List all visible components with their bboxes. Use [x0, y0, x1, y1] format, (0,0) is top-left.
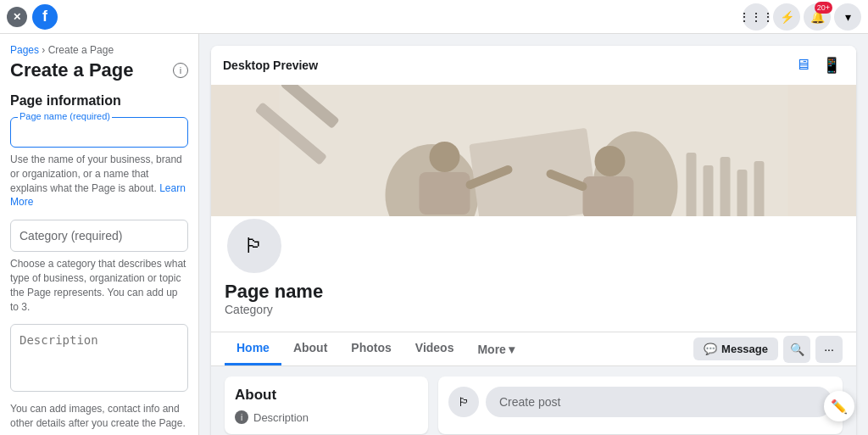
breadcrumb: Pages › Create a Page [10, 44, 188, 56]
page-title: Create a Page [10, 59, 134, 81]
nav-tab-more[interactable]: More ▾ [465, 332, 526, 365]
post-avatar-flag-icon: 🏳 [458, 395, 470, 409]
description-field[interactable] [10, 324, 188, 392]
name-helper-text: Use the name of your business, brand or … [10, 153, 188, 209]
close-button[interactable]: ✕ [7, 7, 27, 27]
page-nav: Home About Photos Videos More ▾ 💬 Messag… [211, 332, 856, 366]
about-description-row: i Description [235, 410, 418, 424]
profile-name: Page name [225, 281, 843, 303]
edit-fab-button[interactable]: ✏️ [824, 391, 854, 421]
post-avatar: 🏳 [448, 387, 479, 417]
svg-rect-12 [721, 157, 731, 220]
notifications-button[interactable]: 🔔 20+ [804, 3, 831, 31]
svg-rect-13 [737, 170, 748, 220]
create-post-button[interactable]: Create post [486, 387, 832, 417]
desktop-view-button[interactable]: 🖥 [792, 54, 814, 76]
svg-rect-10 [687, 153, 697, 220]
svg-point-7 [595, 146, 626, 176]
topbar-left: ✕ f [7, 4, 58, 30]
svg-point-4 [430, 142, 460, 172]
messenger-button[interactable]: ⚡ [773, 3, 800, 31]
footer-text: You can add images, contact info and oth… [10, 402, 188, 431]
messenger-icon: 💬 [704, 343, 717, 355]
preview-title: Desktop Preview [223, 59, 318, 72]
about-card: About i Description [225, 376, 428, 434]
page-title-row: Create a Page i [10, 59, 188, 81]
page-content: About i Description 🏳 Create post [211, 366, 856, 435]
svg-rect-5 [420, 172, 470, 215]
topbar-right: ⋮⋮⋮ ⚡ 🔔 20+ ▾ [743, 3, 861, 31]
category-field[interactable]: Category (required) [10, 220, 188, 252]
post-card: 🏳 Create post [438, 376, 843, 434]
grid-menu-button[interactable]: ⋮⋮⋮ [743, 3, 770, 31]
right-container: Desktop Preview 🖥 📱 [199, 34, 868, 435]
profile-section: 🏳 Page name Category [211, 216, 856, 332]
page-name-input[interactable] [19, 125, 179, 139]
account-menu-button[interactable]: ▾ [834, 3, 861, 31]
svg-rect-11 [704, 165, 714, 220]
breadcrumb-pages-link[interactable]: Pages [10, 44, 39, 56]
left-panel: Pages › Create a Page Create a Page i Pa… [0, 34, 199, 435]
nav-tab-home[interactable]: Home [225, 332, 281, 365]
category-helper-text: Choose a category that describes what ty… [10, 257, 188, 314]
ellipsis-icon: ··· [824, 343, 834, 356]
more-options-button[interactable]: ··· [815, 336, 843, 363]
facebook-logo: f [32, 4, 58, 30]
about-info-icon: i [235, 410, 248, 424]
notification-badge: 20+ [815, 2, 832, 14]
nav-tab-videos[interactable]: Videos [403, 332, 466, 365]
avatar-flag-icon: 🏳 [244, 234, 264, 258]
page-name-field[interactable]: Page name (required) [10, 117, 188, 148]
nav-actions: 💬 Message 🔍 ··· [693, 336, 843, 363]
chevron-down-icon: ▾ [509, 343, 515, 356]
search-button[interactable]: 🔍 [783, 336, 810, 363]
nav-tab-photos[interactable]: Photos [339, 332, 403, 365]
messenger-icon: ⚡ [780, 10, 794, 24]
main-layout: Pages › Create a Page Create a Page i Pa… [0, 34, 868, 435]
section-label: Page information [10, 93, 188, 109]
info-icon[interactable]: i [173, 63, 188, 78]
svg-rect-14 [754, 161, 765, 220]
chevron-down-icon: ▾ [845, 10, 851, 24]
svg-rect-8 [583, 176, 634, 219]
message-button[interactable]: 💬 Message [693, 337, 778, 360]
page-name-label: Page name (required) [18, 111, 112, 121]
search-icon: 🔍 [790, 343, 804, 356]
profile-avatar: 🏳 [225, 216, 284, 276]
preview-card: Desktop Preview 🖥 📱 [211, 46, 856, 435]
profile-category: Category [225, 303, 843, 316]
preview-view-toggle: 🖥 📱 [792, 54, 844, 76]
topbar: ✕ f ⋮⋮⋮ ⚡ 🔔 20+ ▾ [0, 0, 868, 34]
nav-tab-about[interactable]: About [281, 332, 339, 365]
nav-tabs: Home About Photos Videos More ▾ [225, 332, 526, 365]
about-title: About [235, 387, 418, 404]
preview-header: Desktop Preview 🖥 📱 [211, 46, 856, 85]
edit-icon: ✏️ [831, 399, 848, 415]
mobile-view-button[interactable]: 📱 [819, 54, 844, 76]
right-panel: Desktop Preview 🖥 📱 [199, 34, 868, 435]
grid-icon: ⋮⋮⋮ [738, 10, 774, 24]
